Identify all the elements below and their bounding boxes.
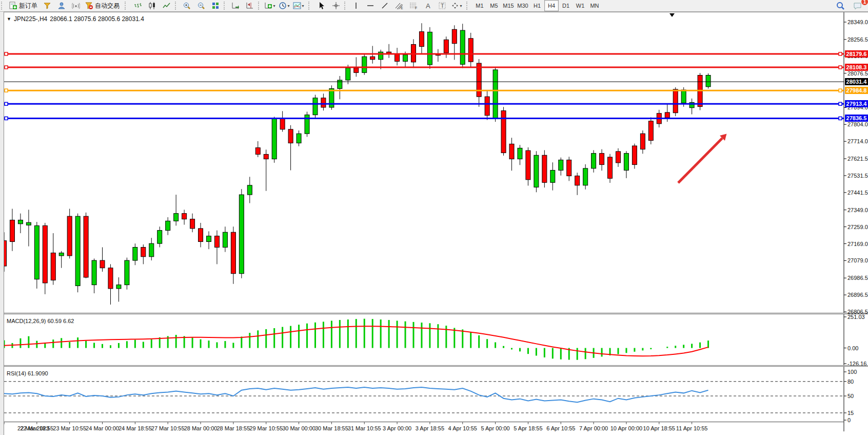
bull-candle[interactable]: [125, 260, 129, 285]
timeframe-h4-button[interactable]: H4: [544, 0, 559, 11]
toolbar-gripper[interactable]: [125, 2, 128, 10]
bear-candle[interactable]: [84, 216, 88, 277]
bull-candle[interactable]: [518, 148, 522, 159]
bear-candle[interactable]: [673, 89, 678, 113]
bear-candle[interactable]: [67, 216, 72, 256]
bear-candle[interactable]: [108, 268, 113, 289]
indicators-button[interactable]: ▾: [263, 0, 277, 11]
cursor-button[interactable]: [314, 0, 329, 11]
bull-candle[interactable]: [591, 154, 596, 168]
line-handle[interactable]: [5, 52, 8, 55]
notifications-button[interactable]: 1: [851, 0, 865, 11]
bull-candle[interactable]: [133, 247, 137, 260]
horizontal-line-button[interactable]: [363, 0, 378, 11]
timeframe-m15-button[interactable]: M15: [501, 0, 516, 11]
chart-shift-button[interactable]: [243, 0, 257, 11]
bear-candle[interactable]: [141, 247, 146, 256]
tile-windows-button[interactable]: [208, 0, 223, 11]
bull-candle[interactable]: [493, 70, 498, 119]
timeframe-h1-button[interactable]: H1: [530, 0, 544, 11]
bull-candle[interactable]: [75, 216, 80, 286]
bear-candle[interactable]: [526, 150, 530, 180]
bull-candle[interactable]: [116, 285, 121, 289]
bear-candle[interactable]: [182, 214, 187, 219]
bear-candle[interactable]: [575, 176, 580, 185]
bear-candle[interactable]: [214, 236, 219, 248]
toolbar-gripper[interactable]: [308, 2, 312, 10]
bull-candle[interactable]: [403, 55, 408, 62]
bull-candle[interactable]: [18, 220, 23, 223]
bear-candle[interactable]: [321, 98, 326, 107]
bear-candle[interactable]: [477, 63, 481, 97]
bar-chart-button[interactable]: [131, 0, 145, 11]
line-handle[interactable]: [5, 89, 8, 92]
bull-candle[interactable]: [34, 225, 39, 279]
bear-candle[interactable]: [354, 68, 359, 72]
bull-candle[interactable]: [460, 30, 465, 64]
bear-candle[interactable]: [370, 56, 375, 59]
chart-window[interactable]: 28349.028256.528168.528076.527894.027804…: [0, 12, 868, 435]
toolbar-gripper[interactable]: [175, 2, 179, 10]
bull-candle[interactable]: [550, 171, 555, 183]
bull-candle[interactable]: [247, 185, 252, 195]
templates-button[interactable]: ▾: [291, 0, 306, 11]
timeframe-m30-button[interactable]: M30: [516, 0, 530, 11]
bull-candle[interactable]: [59, 253, 64, 255]
bull-candle[interactable]: [297, 134, 301, 143]
line-handle[interactable]: [839, 89, 842, 92]
line-handle[interactable]: [839, 102, 842, 105]
candle-chart-button[interactable]: [145, 0, 160, 11]
signal-button[interactable]: [69, 0, 83, 11]
bull-candle[interactable]: [92, 260, 96, 285]
bull-candle[interactable]: [313, 98, 318, 115]
line-handle[interactable]: [5, 117, 8, 120]
bull-candle[interactable]: [26, 222, 31, 225]
bear-candle[interactable]: [485, 97, 489, 116]
bear-candle[interactable]: [567, 160, 571, 176]
bear-candle[interactable]: [100, 260, 105, 268]
vertical-line-button[interactable]: [349, 0, 363, 11]
bull-candle[interactable]: [559, 160, 563, 170]
line-handle[interactable]: [839, 52, 842, 55]
toolbar-gripper[interactable]: [224, 2, 227, 10]
crosshair-button[interactable]: [329, 0, 343, 11]
text-button[interactable]: A: [421, 0, 435, 11]
bear-candle[interactable]: [452, 29, 457, 43]
bear-candle[interactable]: [190, 219, 195, 229]
text-label-button[interactable]: T: [435, 0, 449, 11]
search-button[interactable]: [833, 0, 847, 11]
bear-candle[interactable]: [444, 40, 448, 53]
chart-canvas[interactable]: 28349.028256.528168.528076.527894.027804…: [0, 12, 868, 435]
bull-candle[interactable]: [379, 52, 383, 60]
bull-candle[interactable]: [427, 32, 432, 65]
bear-candle[interactable]: [288, 129, 293, 143]
bear-candle[interactable]: [10, 220, 14, 241]
bear-candle[interactable]: [542, 155, 547, 182]
toolbar-gripper[interactable]: [466, 2, 470, 10]
timeframe-d1-button[interactable]: D1: [559, 0, 573, 11]
line-handle[interactable]: [5, 66, 8, 69]
bear-candle[interactable]: [468, 39, 473, 62]
bear-candle[interactable]: [608, 157, 613, 178]
line-handle[interactable]: [839, 117, 842, 120]
line-chart-button[interactable]: [160, 0, 174, 11]
toolbar-gripper[interactable]: [1, 2, 5, 10]
zoom-in-button[interactable]: [180, 0, 194, 11]
bull-candle[interactable]: [681, 90, 686, 103]
zoom-out-button[interactable]: [194, 0, 208, 11]
bear-candle[interactable]: [255, 148, 260, 155]
bull-candle[interactable]: [346, 68, 350, 80]
bear-candle[interactable]: [231, 232, 235, 273]
new-order-button[interactable]: 新订单: [7, 0, 40, 11]
bear-candle[interactable]: [648, 121, 653, 141]
bear-candle[interactable]: [43, 225, 47, 283]
bull-candle[interactable]: [338, 80, 342, 88]
bear-candle[interactable]: [419, 32, 424, 47]
bull-candle[interactable]: [174, 214, 179, 221]
bear-candle[interactable]: [640, 134, 645, 149]
timeframe-mn-button[interactable]: MN: [587, 0, 602, 11]
arrows-button[interactable]: ▾: [449, 0, 464, 11]
bear-candle[interactable]: [501, 111, 506, 153]
line-handle[interactable]: [5, 102, 8, 105]
bull-candle[interactable]: [239, 195, 244, 274]
